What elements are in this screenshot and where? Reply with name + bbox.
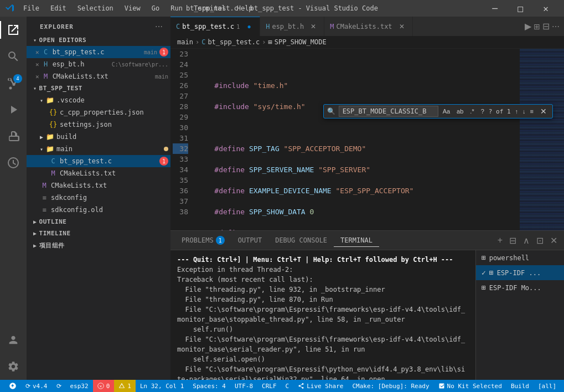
run-debug-activity-icon[interactable]	[0, 96, 27, 123]
code-content[interactable]: #include "time.h" #include "sys/time.h" …	[193, 49, 520, 230]
open-editor-cmakelists[interactable]: ✕ M CMakeLists.txt main	[27, 70, 170, 82]
new-terminal-button[interactable]: +	[495, 234, 505, 247]
panel-collapse-button[interactable]: ∧	[521, 234, 532, 247]
more-actions-button[interactable]: ⋯	[552, 22, 560, 31]
close-search-button[interactable]: ✕	[538, 107, 549, 116]
run-button[interactable]: ▶	[525, 21, 531, 32]
split-editor-button[interactable]: ⊞	[534, 22, 540, 31]
status-spaces[interactable]: Spaces: 4	[188, 380, 230, 392]
status-branch[interactable]: ⟳ v4.4	[21, 380, 52, 392]
window-controls: ─ □ ✕	[482, 0, 558, 17]
next-match-button[interactable]: ↓	[520, 107, 528, 116]
preserve-case-button[interactable]: ?	[479, 107, 487, 116]
tab-esp-bt-close[interactable]: ✕	[308, 22, 318, 32]
code-editor[interactable]: 23242526272829303132333435363738 #includ…	[170, 49, 520, 230]
cmake-main-file[interactable]: M CMakeLists.txt	[27, 167, 170, 179]
c-icon2: C	[49, 157, 58, 165]
vscode-dir[interactable]: ▾ 📁 .vscode	[27, 94, 170, 106]
open-editor-bt-spp-test[interactable]: ✕ C bt_spp_test.c main 1	[27, 46, 170, 58]
close-tab-icon2[interactable]: ✕	[35, 61, 39, 68]
bt-spp-test-section[interactable]: ▾ BT_SPP_TEST	[27, 82, 170, 94]
sidebar-actions: ⋯	[154, 21, 164, 32]
status-warnings[interactable]: 1	[114, 380, 136, 392]
menu-selection[interactable]: Selection	[73, 3, 118, 13]
breadcrumb-symbol[interactable]: SPP_SHOW_MODE	[275, 38, 327, 46]
menu-run[interactable]: Run	[166, 3, 187, 13]
terminal-item-espidf[interactable]: ✓ ⊞ ESP-IDF ...	[476, 265, 564, 280]
new-file-button[interactable]: ⋯	[154, 21, 164, 32]
breadcrumb-file[interactable]: bt_spp_test.c	[208, 38, 260, 46]
breadcrumb-main[interactable]: main	[177, 38, 193, 46]
open-editors-section[interactable]: ▾ OPEN EDITORS	[27, 34, 170, 46]
status-build-all[interactable]: [all]	[534, 380, 561, 392]
menu-view[interactable]: View	[120, 3, 145, 13]
cmake-root-file[interactable]: M CMakeLists.txt	[27, 179, 170, 192]
status-language[interactable]: C	[281, 380, 294, 392]
bt-spp-test-c-file[interactable]: C bt_spp_test.c 1	[27, 155, 170, 167]
search-activity-icon[interactable]	[0, 43, 27, 70]
menu-file[interactable]: File	[19, 3, 44, 13]
panel-close-button[interactable]: ✕	[548, 234, 560, 247]
close-tab-icon3[interactable]: ✕	[35, 73, 39, 80]
menu-go[interactable]: Go	[147, 3, 164, 13]
regex-button[interactable]: .*	[468, 107, 476, 116]
tab-cmake-icon: M	[330, 23, 334, 30]
status-cmake[interactable]: CMake: [Debug]: Ready	[348, 380, 433, 392]
espidf-icon: ⊞	[489, 269, 494, 277]
settings-json-file[interactable]: {} settings.json	[27, 118, 170, 131]
status-remote[interactable]	[4, 380, 21, 392]
terminal-item-powershell[interactable]: ⊞ powershell	[476, 250, 564, 265]
timeline-section[interactable]: ▶ TIMELINE	[27, 228, 170, 239]
settings-activity-icon[interactable]	[0, 353, 27, 380]
find-settings-button[interactable]: ≡	[528, 107, 536, 116]
editor-layout-button[interactable]: ⊟	[542, 21, 550, 32]
status-no-kit[interactable]: No Kit Selected	[434, 380, 506, 392]
close-button[interactable]: ✕	[533, 0, 558, 17]
c-cpp-properties-file[interactable]: {} c_cpp_properties.json	[27, 106, 170, 118]
panel-maximize-button[interactable]: ⊡	[534, 234, 546, 247]
status-platform[interactable]: esp32	[66, 380, 93, 392]
search-input[interactable]	[339, 106, 438, 117]
terminal-item-espidf-monitor[interactable]: ⊞ ESP-IDF Mo...	[476, 280, 564, 295]
tab-bt-spp-test[interactable]: C bt_spp_test.c 1 ●	[170, 17, 260, 36]
problems-tab[interactable]: PROBLEMS1	[175, 234, 231, 247]
tab-cmake[interactable]: M CMakeLists.txt ✕	[324, 17, 412, 36]
output-tab[interactable]: OUTPUT	[231, 234, 268, 246]
menu-edit[interactable]: Edit	[46, 3, 71, 13]
status-position[interactable]: Ln 32, Col 1	[136, 380, 188, 392]
terminal-content[interactable]: --- Quit: Ctrl+] | Menu: Ctrl+T | Help: …	[170, 250, 475, 380]
outline-section[interactable]: ▶ OUTLINE	[27, 216, 170, 228]
extensions-activity-icon[interactable]	[0, 123, 27, 149]
sync-icon: ⟳	[25, 383, 30, 390]
sdkconfig-old-file[interactable]: ≡ sdkconfig.old	[27, 204, 170, 216]
terminal-tab[interactable]: TERMINAL	[334, 234, 379, 247]
status-build[interactable]: Build	[506, 380, 534, 392]
status-eol[interactable]: CRLF	[257, 380, 281, 392]
prev-match-button[interactable]: ↑	[513, 107, 521, 116]
status-live-share[interactable]: Live Share	[293, 380, 348, 392]
remote-explorer-activity-icon[interactable]	[0, 149, 27, 176]
minimize-button[interactable]: ─	[482, 0, 508, 17]
explorer-activity-icon[interactable]	[0, 17, 27, 43]
whole-word-button[interactable]: ab	[454, 107, 465, 116]
terminal-line-3: Traceback (most recent call last):	[177, 275, 469, 285]
build-dir[interactable]: ▶ 📁 build	[27, 131, 170, 143]
tab-close-button[interactable]: ●	[244, 22, 254, 32]
status-sync[interactable]: ⟳	[52, 380, 66, 392]
close-tab-icon[interactable]: ✕	[35, 49, 39, 56]
maximize-button[interactable]: □	[508, 0, 533, 17]
status-errors[interactable]: ✕ 0	[93, 380, 115, 392]
accounts-activity-icon[interactable]	[0, 327, 27, 353]
editor-area: C bt_spp_test.c 1 ● H esp_bt.h ✕ M CMake…	[170, 17, 564, 380]
source-control-activity-icon[interactable]: 4	[0, 70, 27, 96]
sdkconfig-file[interactable]: ≡ sdkconfig	[27, 192, 170, 204]
components-section[interactable]: ▶ 项目组件	[27, 239, 170, 252]
case-sensitive-button[interactable]: Aa	[441, 107, 452, 116]
open-editor-esp-bt[interactable]: ✕ H esp_bt.h C:\software\pr...	[27, 58, 170, 70]
tab-esp-bt[interactable]: H esp_bt.h ✕	[260, 17, 324, 36]
status-encoding[interactable]: UTF-8	[230, 380, 257, 392]
debug-console-tab[interactable]: DEBUG CONSOLE	[268, 234, 334, 246]
tab-cmake-close[interactable]: ✕	[397, 22, 407, 32]
main-dir[interactable]: ▾ 📁 main	[27, 143, 170, 155]
split-terminal-button[interactable]: ⊟	[507, 234, 519, 247]
